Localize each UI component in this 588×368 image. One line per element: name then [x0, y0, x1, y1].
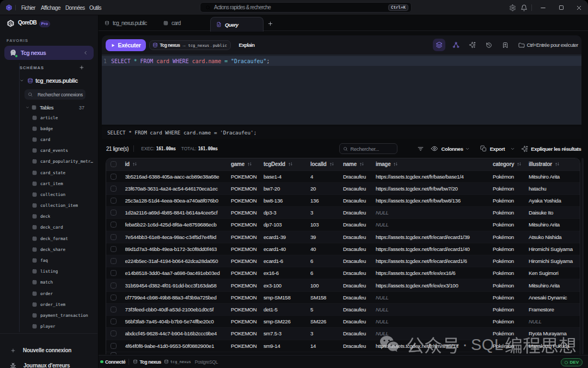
column-header-game[interactable]: game [231, 161, 264, 167]
global-search-input[interactable]: Actions rapides & recherche Ctrl+K [200, 2, 412, 13]
sidebar-table-item[interactable]: match [32, 277, 96, 288]
row-checkbox[interactable] [111, 343, 117, 349]
sidebar-table-item[interactable]: card_state [32, 167, 96, 178]
row-checkbox[interactable] [111, 198, 117, 204]
table-row[interactable]: e224b5ec-31af-4194-b064-62dca28da050 POK… [106, 255, 580, 267]
settings-button[interactable] [507, 0, 518, 15]
row-checkbox[interactable] [111, 210, 117, 216]
export-button[interactable]: Export [480, 145, 516, 152]
run-query-button[interactable]: Exécuter [106, 39, 146, 51]
tab-schema[interactable]: tcg_nexus.public [105, 15, 147, 31]
menu-fichier[interactable]: Fichier [21, 0, 35, 15]
explain-button[interactable]: Explain [239, 35, 255, 54]
table-row[interactable]: abdccf45-9628-44c7-b904-b16b2ccc9be4 POK… [106, 328, 580, 340]
table-row[interactable]: 56bf3fa8-7a45-404b-b7b9-5e74ffbe20c0 POK… [106, 316, 580, 328]
column-header-localid[interactable]: localId [310, 161, 343, 167]
column-header-id[interactable]: id [125, 161, 231, 167]
table-row[interactable]: 73f3feed-cbb0-40df-a53d-2100eb1d0c5f POK… [106, 304, 580, 316]
tab-query[interactable]: Query [210, 17, 264, 32]
save-query-button[interactable] [499, 39, 511, 51]
column-header-tcgdexid[interactable]: tcgDexId [264, 161, 310, 167]
env-badge[interactable]: DEV [561, 358, 583, 366]
notifications-button[interactable] [518, 0, 530, 15]
results-search-input[interactable]: Rechercher... [339, 143, 397, 154]
error-logs-button[interactable]: Journaux d'erreurs [0, 358, 97, 368]
results-view-button[interactable] [433, 39, 445, 51]
row-checkbox[interactable] [111, 246, 117, 252]
sidebar-table-item[interactable]: card_events [32, 145, 96, 156]
sidebar-table-item[interactable]: deck_format [32, 233, 96, 244]
table-row[interactable]: e14b8518-3dd0-4aa7-a698-0ac491eb03ed POK… [106, 267, 580, 279]
statusbar-connection[interactable]: Tcg nexus [133, 359, 161, 365]
sidebar-table-item[interactable]: order_item [32, 299, 96, 310]
table-row[interactable]: 3b5216ad-6388-405a-aacc-acb89e38a68e POK… [106, 171, 580, 183]
schema-node[interactable]: tcg_nexus.public [20, 77, 78, 84]
tables-node[interactable]: Tables 37 [26, 105, 85, 111]
row-checkbox[interactable] [111, 330, 117, 336]
sidebar-table-item[interactable]: deck_card [32, 222, 96, 233]
select-all-checkbox[interactable] [111, 161, 117, 167]
open-file-button[interactable] [516, 39, 527, 51]
table-row[interactable]: 7e544bb3-61e8-4eca-99ac-c34f5d7e4f9d POK… [106, 231, 580, 243]
history-button[interactable] [483, 39, 494, 51]
table-row[interactable]: 31b59454-d382-4f01-91dd-bcc3f163da58 POK… [106, 279, 580, 291]
row-checkbox[interactable] [111, 186, 117, 192]
table-row[interactable]: 4f64f0f8-9abe-41d0-9553-50f0882900e1 POK… [106, 340, 580, 352]
add-schema-button[interactable] [79, 65, 84, 70]
menu-donnees[interactable]: Données [65, 0, 85, 15]
table-row[interactable]: 25c3a128-51d4-4eea-80ea-a740a8f076b0 POK… [106, 195, 580, 207]
new-tab-button[interactable] [264, 15, 277, 32]
menu-affichage[interactable]: Affichage [41, 0, 60, 15]
row-checkbox[interactable] [111, 234, 117, 240]
statusbar-database[interactable]: tcg_nexus [164, 359, 191, 364]
table-row[interactable]: cf7799e4-cb98-49b8-88a3-4f3b9a725bed POK… [106, 292, 580, 304]
column-header-name[interactable]: name [343, 161, 376, 167]
sidebar-table-item[interactable]: cart_item [32, 178, 96, 189]
sidebar-table-item[interactable]: faq [32, 255, 96, 266]
tab-card[interactable]: card [163, 15, 180, 31]
sidebar-table-item[interactable]: player [32, 321, 96, 332]
table-row[interactable]: 1d2a2116-a69d-4b85-8841-b614a4cee5cf POK… [106, 207, 580, 219]
sidebar-table-item[interactable]: card [32, 134, 96, 145]
sidebar-table-item[interactable]: deck [32, 211, 96, 222]
menu-outils[interactable]: Outils [89, 0, 101, 15]
sql-editor[interactable]: 1 SELECT * FROM card WHERE card.name = "… [102, 54, 581, 125]
explain-results-button[interactable]: Expliquer les résultats [521, 145, 581, 152]
row-checkbox[interactable] [111, 318, 117, 324]
sidebar-table-item[interactable]: payment_transaction [32, 310, 96, 321]
column-header-image[interactable]: image [376, 161, 493, 167]
sidebar-table-item[interactable]: collection_item [32, 200, 96, 211]
row-checkbox[interactable] [111, 295, 117, 300]
sidebar-search-input[interactable]: Rechercher connexions [24, 89, 85, 100]
row-checkbox[interactable] [111, 258, 117, 264]
schema-graph-button[interactable] [450, 39, 462, 51]
sidebar-table-item[interactable]: badge [32, 123, 96, 134]
sidebar-table-item[interactable]: card_popularity_metr… [32, 156, 96, 167]
row-checkbox[interactable] [111, 270, 117, 276]
results-scrollbar[interactable] [581, 158, 584, 354]
column-header-category[interactable]: category [493, 161, 529, 167]
window-minimize-button[interactable] [534, 0, 552, 15]
table-row[interactable]: feba5b22-1c6d-425d-8f6a-4e8759686ecb POK… [106, 219, 580, 231]
sidebar-table-item[interactable]: order [32, 288, 96, 299]
favorite-connection[interactable]: Tcg nexus [4, 46, 94, 60]
connection-context-chip[interactable]: Tcg nexus → tcg_nexus . public [149, 40, 231, 50]
column-header-illustrator[interactable]: illustrator [529, 161, 580, 167]
sidebar-table-item[interactable]: listing [32, 266, 96, 277]
ai-assist-button[interactable] [467, 39, 478, 51]
columns-button[interactable]: Colonnes [431, 145, 470, 152]
sidebar-table-item[interactable]: collection [32, 189, 96, 200]
window-close-button[interactable] [570, 0, 588, 15]
row-checkbox[interactable] [111, 283, 117, 289]
filter-button[interactable] [417, 145, 424, 152]
row-checkbox[interactable] [111, 222, 117, 228]
collapse-sidebar-button[interactable] [83, 50, 88, 56]
row-checkbox[interactable] [111, 174, 117, 180]
table-row[interactable]: 23f670a8-3631-4a24-ac54-646170eca1ec POK… [106, 183, 580, 195]
window-maximize-button[interactable] [552, 0, 570, 15]
new-connection-button[interactable]: Nouvelle connexion [0, 343, 97, 358]
sidebar-table-item[interactable]: article [32, 112, 96, 123]
row-checkbox[interactable] [111, 306, 117, 312]
table-row[interactable]: 89d1d7a3-46bb-49ea-b172-3c0f8dd0f463 POK… [106, 243, 580, 255]
sidebar-table-item[interactable]: deck_share [32, 244, 96, 255]
